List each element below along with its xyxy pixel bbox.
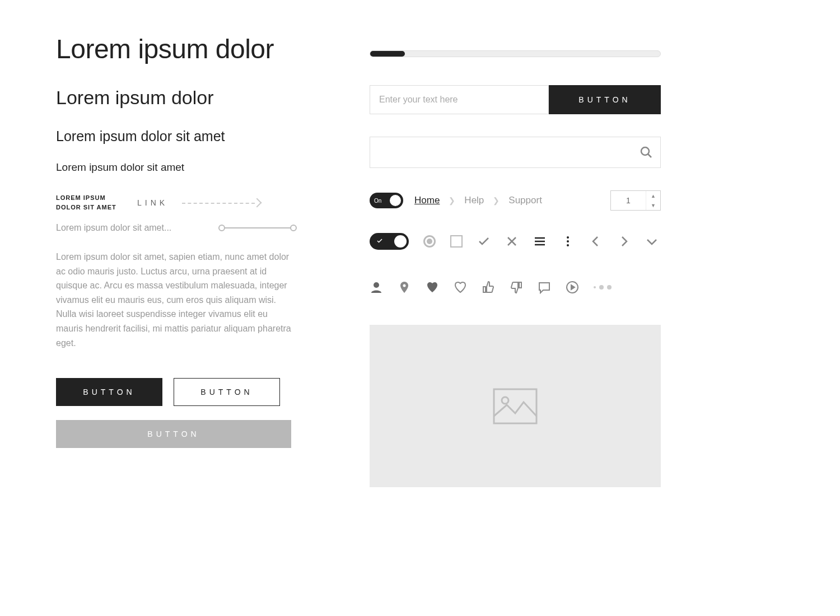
pagination-dots-icon[interactable] [594, 285, 612, 290]
heart-outline-icon[interactable] [454, 281, 467, 294]
user-icon[interactable] [370, 281, 383, 294]
svg-point-11 [403, 284, 406, 287]
thumbs-up-icon[interactable] [482, 281, 495, 294]
heading-2: Lorem ipsum dolor [56, 87, 297, 109]
svg-point-0 [641, 147, 649, 155]
toggle-check-switch[interactable] [370, 233, 409, 250]
heading-1: Lorem ipsum dolor [56, 34, 297, 64]
truncated-text: Lorem ipsum dolor sit amet... [56, 223, 204, 233]
check-icon[interactable] [477, 235, 491, 248]
arrow-dashed-icon [182, 197, 260, 208]
chevron-right-icon: ❯ [449, 196, 455, 205]
progress-bar [370, 50, 661, 57]
image-placeholder [370, 325, 661, 487]
toggle-label: On [374, 198, 381, 204]
svg-point-9 [567, 244, 569, 246]
heading-3: Lorem ipsum dolor sit amet [56, 128, 297, 144]
thumbs-down-icon[interactable] [510, 281, 523, 294]
stepper-value: 1 [611, 196, 646, 205]
play-circle-icon[interactable] [566, 281, 579, 294]
svg-point-7 [567, 236, 569, 239]
outline-button[interactable]: BUTTON [174, 378, 280, 406]
menu-icon[interactable] [533, 235, 547, 248]
chevron-left-icon[interactable] [589, 235, 603, 248]
svg-line-1 [648, 154, 651, 157]
progress-fill [370, 51, 405, 57]
svg-point-10 [374, 282, 379, 288]
heading-4: Lorem ipsum dolor sit amet [56, 161, 297, 174]
text-input[interactable] [370, 85, 549, 114]
stepper-down-icon[interactable]: ▼ [646, 200, 660, 210]
breadcrumb: Home ❯ Help ❯ Support [414, 195, 599, 206]
svg-point-8 [567, 240, 569, 242]
breadcrumb-item-home[interactable]: Home [414, 195, 440, 206]
comment-icon[interactable] [538, 281, 551, 294]
search-icon[interactable] [640, 146, 653, 159]
svg-rect-14 [494, 389, 536, 423]
primary-button[interactable]: BUTTON [56, 378, 162, 406]
search-input[interactable] [370, 137, 661, 168]
breadcrumb-item-support[interactable]: Support [508, 195, 542, 206]
check-icon [376, 236, 383, 246]
chevron-down-icon[interactable] [645, 235, 659, 248]
tag-label: LOREM IPSUM DOLOR SIT AMET [56, 193, 123, 212]
disabled-button[interactable]: BUTTON [56, 420, 291, 448]
radio-checked-icon[interactable] [423, 235, 436, 248]
toggle-switch[interactable]: On [370, 193, 403, 208]
input-submit-button[interactable]: BUTTON [549, 85, 661, 114]
body-paragraph: Lorem ipsum dolor sit amet, sapien etiam… [56, 250, 297, 350]
checkbox-icon[interactable] [450, 235, 463, 248]
close-icon[interactable] [505, 235, 519, 248]
svg-marker-13 [571, 285, 575, 290]
pin-icon[interactable] [398, 281, 411, 294]
svg-point-15 [502, 397, 508, 404]
chevron-right-icon[interactable] [617, 235, 631, 248]
link[interactable]: LINK [137, 198, 168, 207]
more-vertical-icon[interactable] [561, 235, 575, 248]
range-slider[interactable] [218, 223, 297, 232]
chevron-right-icon: ❯ [493, 196, 500, 205]
heart-filled-icon[interactable] [426, 281, 439, 294]
number-stepper[interactable]: 1 ▲ ▼ [610, 190, 661, 211]
breadcrumb-item-help[interactable]: Help [464, 195, 484, 206]
stepper-up-icon[interactable]: ▲ [646, 191, 660, 200]
